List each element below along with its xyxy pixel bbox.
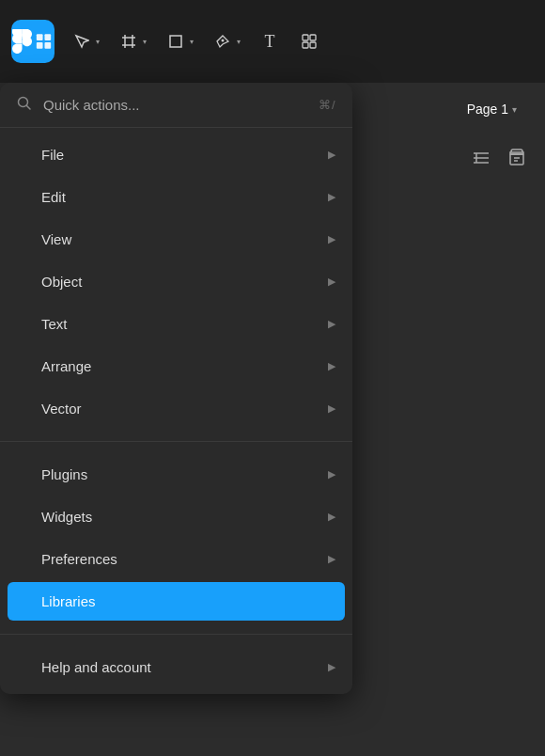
shape-icon (165, 31, 186, 52)
vector-arrow-icon: ▶ (328, 402, 335, 415)
separator-2 (0, 634, 352, 635)
menu-item-vector-label: Vector (41, 401, 82, 417)
svg-line-16 (27, 106, 31, 110)
pen-chevron-icon: ▾ (237, 38, 241, 46)
svg-point-5 (222, 39, 225, 42)
search-bar[interactable]: Quick actions... ⌘/ (0, 83, 352, 128)
svg-rect-7 (310, 35, 316, 40)
menu-item-edit[interactable]: Edit ▶ (0, 176, 352, 218)
menu-item-libraries-label: Libraries (41, 593, 96, 609)
svg-rect-1 (44, 34, 51, 40)
view-arrow-icon: ▶ (328, 233, 335, 245)
search-icon (17, 96, 32, 114)
menu-item-text-label: Text (41, 316, 68, 332)
help-arrow-icon: ▶ (328, 661, 335, 673)
figma-logo-button[interactable] (11, 20, 54, 63)
menu-section-plugins: Plugins ▶ Widgets ▶ Preferences ▶ Librar… (0, 448, 352, 628)
frame-tool-button[interactable]: ▾ (111, 25, 154, 57)
menu-item-widgets[interactable]: Widgets ▶ (0, 496, 352, 538)
menu-item-arrange-label: Arrange (41, 358, 91, 374)
pen-icon (212, 31, 233, 52)
dropdown-menu: Quick actions... ⌘/ File ▶ Edit ▶ View ▶… (0, 83, 352, 694)
svg-rect-8 (303, 42, 308, 48)
menu-item-arrange[interactable]: Arrange ▶ (0, 345, 352, 387)
arrange-arrow-icon: ▶ (328, 360, 335, 372)
menu-item-plugins[interactable]: Plugins ▶ (0, 453, 352, 496)
search-shortcut: ⌘/ (319, 98, 335, 112)
main-area: Page 1 ▾ (0, 83, 545, 756)
frame-chevron-icon: ▾ (143, 38, 147, 46)
menu-item-preferences-label: Preferences (41, 551, 117, 567)
right-panel-icons (472, 149, 526, 172)
svg-rect-3 (44, 42, 51, 49)
assets-icon[interactable] (507, 149, 526, 172)
svg-rect-2 (37, 42, 43, 49)
menu-item-object[interactable]: Object ▶ (0, 260, 352, 303)
shape-tool-button[interactable]: ▾ (158, 25, 201, 57)
separator-1 (0, 441, 352, 442)
components-icon (299, 31, 319, 52)
text-arrow-icon: ▶ (328, 318, 335, 330)
menu-item-preferences[interactable]: Preferences ▶ (0, 538, 352, 580)
svg-rect-6 (303, 35, 308, 40)
edit-arrow-icon: ▶ (328, 191, 335, 203)
svg-rect-4 (170, 36, 181, 47)
select-icon (71, 31, 92, 52)
menu-item-help-label: Help and account (41, 659, 151, 675)
menu-item-file-label: File (41, 147, 64, 163)
text-icon: T (259, 31, 280, 52)
menu-item-file[interactable]: File ▶ (0, 134, 352, 176)
menu-item-vector[interactable]: Vector ▶ (0, 387, 352, 430)
file-arrow-icon: ▶ (328, 149, 335, 161)
plugins-arrow-icon: ▶ (328, 468, 335, 480)
toolbar: ▾ ▾ ▾ ▾ T (0, 0, 545, 83)
svg-rect-9 (310, 42, 316, 48)
pen-tool-button[interactable]: ▾ (205, 25, 248, 57)
search-placeholder: Quick actions... (43, 97, 307, 113)
menu-section-main: File ▶ Edit ▶ View ▶ Object ▶ Text ▶ Arr… (0, 128, 352, 435)
page-name: Page 1 (467, 102, 508, 117)
menu-section-help: Help and account ▶ (0, 640, 352, 694)
menu-item-edit-label: Edit (41, 189, 66, 205)
frame-icon (118, 31, 139, 52)
menu-item-plugins-label: Plugins (41, 466, 87, 482)
menu-item-object-label: Object (41, 274, 82, 290)
svg-rect-0 (37, 34, 43, 40)
select-tool-button[interactable]: ▾ (64, 25, 107, 57)
shape-chevron-icon: ▾ (190, 38, 194, 46)
text-tool-button[interactable]: T (252, 25, 288, 57)
object-arrow-icon: ▶ (328, 276, 335, 288)
menu-item-view[interactable]: View ▶ (0, 218, 352, 260)
select-chevron-icon: ▾ (96, 38, 100, 46)
menu-item-text[interactable]: Text ▶ (0, 303, 352, 345)
preferences-arrow-icon: ▶ (328, 553, 335, 565)
components-tool-button[interactable] (291, 25, 327, 57)
page-chevron-icon: ▾ (512, 104, 517, 115)
menu-item-widgets-label: Widgets (41, 509, 92, 525)
menu-item-view-label: View (41, 231, 71, 247)
page-selector[interactable]: Page 1 ▾ (467, 102, 517, 117)
menu-item-libraries[interactable]: Libraries (8, 582, 345, 621)
menu-item-help[interactable]: Help and account ▶ (0, 646, 352, 688)
layers-icon[interactable] (472, 149, 490, 172)
svg-rect-14 (510, 154, 523, 165)
widgets-arrow-icon: ▶ (328, 511, 335, 523)
